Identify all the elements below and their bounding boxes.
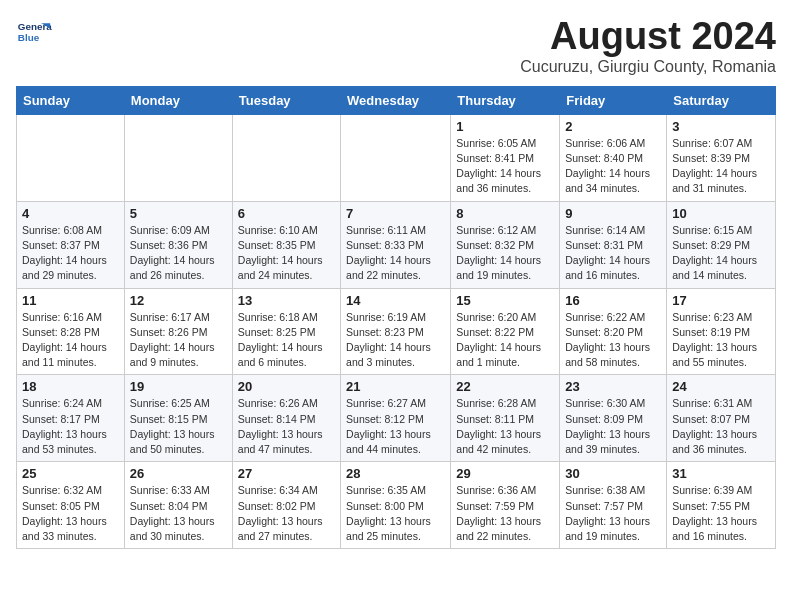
week-row-1: 1Sunrise: 6:05 AM Sunset: 8:41 PM Daylig…: [17, 114, 776, 201]
day-number: 20: [238, 379, 335, 394]
day-info: Sunrise: 6:35 AM Sunset: 8:00 PM Dayligh…: [346, 483, 445, 544]
day-info: Sunrise: 6:27 AM Sunset: 8:12 PM Dayligh…: [346, 396, 445, 457]
day-info: Sunrise: 6:33 AM Sunset: 8:04 PM Dayligh…: [130, 483, 227, 544]
day-info: Sunrise: 6:08 AM Sunset: 8:37 PM Dayligh…: [22, 223, 119, 284]
day-info: Sunrise: 6:31 AM Sunset: 8:07 PM Dayligh…: [672, 396, 770, 457]
week-row-4: 18Sunrise: 6:24 AM Sunset: 8:17 PM Dayli…: [17, 375, 776, 462]
day-number: 31: [672, 466, 770, 481]
day-cell: 2Sunrise: 6:06 AM Sunset: 8:40 PM Daylig…: [560, 114, 667, 201]
logo: General Blue: [16, 16, 52, 52]
location-title: Cucuruzu, Giurgiu County, Romania: [520, 58, 776, 76]
day-cell: [17, 114, 125, 201]
day-number: 18: [22, 379, 119, 394]
day-cell: 15Sunrise: 6:20 AM Sunset: 8:22 PM Dayli…: [451, 288, 560, 375]
day-cell: 14Sunrise: 6:19 AM Sunset: 8:23 PM Dayli…: [341, 288, 451, 375]
title-area: August 2024 Cucuruzu, Giurgiu County, Ro…: [520, 16, 776, 76]
day-info: Sunrise: 6:25 AM Sunset: 8:15 PM Dayligh…: [130, 396, 227, 457]
day-number: 5: [130, 206, 227, 221]
day-cell: 29Sunrise: 6:36 AM Sunset: 7:59 PM Dayli…: [451, 462, 560, 549]
day-info: Sunrise: 6:22 AM Sunset: 8:20 PM Dayligh…: [565, 310, 661, 371]
day-cell: 21Sunrise: 6:27 AM Sunset: 8:12 PM Dayli…: [341, 375, 451, 462]
day-cell: [341, 114, 451, 201]
day-number: 25: [22, 466, 119, 481]
day-info: Sunrise: 6:06 AM Sunset: 8:40 PM Dayligh…: [565, 136, 661, 197]
day-number: 29: [456, 466, 554, 481]
day-number: 15: [456, 293, 554, 308]
logo-icon: General Blue: [16, 16, 52, 52]
day-cell: 23Sunrise: 6:30 AM Sunset: 8:09 PM Dayli…: [560, 375, 667, 462]
day-cell: 10Sunrise: 6:15 AM Sunset: 8:29 PM Dayli…: [667, 201, 776, 288]
day-cell: 16Sunrise: 6:22 AM Sunset: 8:20 PM Dayli…: [560, 288, 667, 375]
day-cell: 24Sunrise: 6:31 AM Sunset: 8:07 PM Dayli…: [667, 375, 776, 462]
day-number: 6: [238, 206, 335, 221]
day-info: Sunrise: 6:14 AM Sunset: 8:31 PM Dayligh…: [565, 223, 661, 284]
day-info: Sunrise: 6:24 AM Sunset: 8:17 PM Dayligh…: [22, 396, 119, 457]
day-cell: 13Sunrise: 6:18 AM Sunset: 8:25 PM Dayli…: [232, 288, 340, 375]
day-cell: 30Sunrise: 6:38 AM Sunset: 7:57 PM Dayli…: [560, 462, 667, 549]
svg-text:Blue: Blue: [18, 32, 40, 43]
day-info: Sunrise: 6:28 AM Sunset: 8:11 PM Dayligh…: [456, 396, 554, 457]
day-info: Sunrise: 6:23 AM Sunset: 8:19 PM Dayligh…: [672, 310, 770, 371]
day-number: 27: [238, 466, 335, 481]
day-number: 16: [565, 293, 661, 308]
weekday-header-wednesday: Wednesday: [341, 86, 451, 114]
day-info: Sunrise: 6:11 AM Sunset: 8:33 PM Dayligh…: [346, 223, 445, 284]
day-number: 23: [565, 379, 661, 394]
day-number: 3: [672, 119, 770, 134]
day-info: Sunrise: 6:19 AM Sunset: 8:23 PM Dayligh…: [346, 310, 445, 371]
day-info: Sunrise: 6:07 AM Sunset: 8:39 PM Dayligh…: [672, 136, 770, 197]
calendar-table: SundayMondayTuesdayWednesdayThursdayFrid…: [16, 86, 776, 549]
day-number: 22: [456, 379, 554, 394]
day-number: 1: [456, 119, 554, 134]
day-info: Sunrise: 6:39 AM Sunset: 7:55 PM Dayligh…: [672, 483, 770, 544]
weekday-header-sunday: Sunday: [17, 86, 125, 114]
weekday-header-thursday: Thursday: [451, 86, 560, 114]
day-info: Sunrise: 6:12 AM Sunset: 8:32 PM Dayligh…: [456, 223, 554, 284]
day-cell: 8Sunrise: 6:12 AM Sunset: 8:32 PM Daylig…: [451, 201, 560, 288]
day-info: Sunrise: 6:34 AM Sunset: 8:02 PM Dayligh…: [238, 483, 335, 544]
day-cell: 12Sunrise: 6:17 AM Sunset: 8:26 PM Dayli…: [124, 288, 232, 375]
day-info: Sunrise: 6:20 AM Sunset: 8:22 PM Dayligh…: [456, 310, 554, 371]
day-number: 26: [130, 466, 227, 481]
day-cell: 9Sunrise: 6:14 AM Sunset: 8:31 PM Daylig…: [560, 201, 667, 288]
day-cell: 25Sunrise: 6:32 AM Sunset: 8:05 PM Dayli…: [17, 462, 125, 549]
day-info: Sunrise: 6:30 AM Sunset: 8:09 PM Dayligh…: [565, 396, 661, 457]
day-number: 19: [130, 379, 227, 394]
day-cell: [124, 114, 232, 201]
day-number: 9: [565, 206, 661, 221]
month-title: August 2024: [520, 16, 776, 58]
day-info: Sunrise: 6:17 AM Sunset: 8:26 PM Dayligh…: [130, 310, 227, 371]
day-cell: 5Sunrise: 6:09 AM Sunset: 8:36 PM Daylig…: [124, 201, 232, 288]
svg-text:General: General: [18, 21, 52, 32]
day-info: Sunrise: 6:26 AM Sunset: 8:14 PM Dayligh…: [238, 396, 335, 457]
day-number: 11: [22, 293, 119, 308]
day-info: Sunrise: 6:16 AM Sunset: 8:28 PM Dayligh…: [22, 310, 119, 371]
day-number: 4: [22, 206, 119, 221]
day-number: 8: [456, 206, 554, 221]
day-cell: 7Sunrise: 6:11 AM Sunset: 8:33 PM Daylig…: [341, 201, 451, 288]
day-number: 28: [346, 466, 445, 481]
day-cell: 27Sunrise: 6:34 AM Sunset: 8:02 PM Dayli…: [232, 462, 340, 549]
day-number: 24: [672, 379, 770, 394]
day-number: 17: [672, 293, 770, 308]
day-number: 14: [346, 293, 445, 308]
day-info: Sunrise: 6:32 AM Sunset: 8:05 PM Dayligh…: [22, 483, 119, 544]
day-cell: 31Sunrise: 6:39 AM Sunset: 7:55 PM Dayli…: [667, 462, 776, 549]
day-info: Sunrise: 6:09 AM Sunset: 8:36 PM Dayligh…: [130, 223, 227, 284]
day-number: 10: [672, 206, 770, 221]
day-cell: 6Sunrise: 6:10 AM Sunset: 8:35 PM Daylig…: [232, 201, 340, 288]
day-info: Sunrise: 6:36 AM Sunset: 7:59 PM Dayligh…: [456, 483, 554, 544]
day-cell: [232, 114, 340, 201]
day-cell: 11Sunrise: 6:16 AM Sunset: 8:28 PM Dayli…: [17, 288, 125, 375]
day-number: 7: [346, 206, 445, 221]
day-cell: 17Sunrise: 6:23 AM Sunset: 8:19 PM Dayli…: [667, 288, 776, 375]
day-info: Sunrise: 6:05 AM Sunset: 8:41 PM Dayligh…: [456, 136, 554, 197]
week-row-5: 25Sunrise: 6:32 AM Sunset: 8:05 PM Dayli…: [17, 462, 776, 549]
day-info: Sunrise: 6:10 AM Sunset: 8:35 PM Dayligh…: [238, 223, 335, 284]
day-cell: 3Sunrise: 6:07 AM Sunset: 8:39 PM Daylig…: [667, 114, 776, 201]
weekday-header-tuesday: Tuesday: [232, 86, 340, 114]
day-number: 13: [238, 293, 335, 308]
week-row-3: 11Sunrise: 6:16 AM Sunset: 8:28 PM Dayli…: [17, 288, 776, 375]
weekday-header-friday: Friday: [560, 86, 667, 114]
day-cell: 19Sunrise: 6:25 AM Sunset: 8:15 PM Dayli…: [124, 375, 232, 462]
